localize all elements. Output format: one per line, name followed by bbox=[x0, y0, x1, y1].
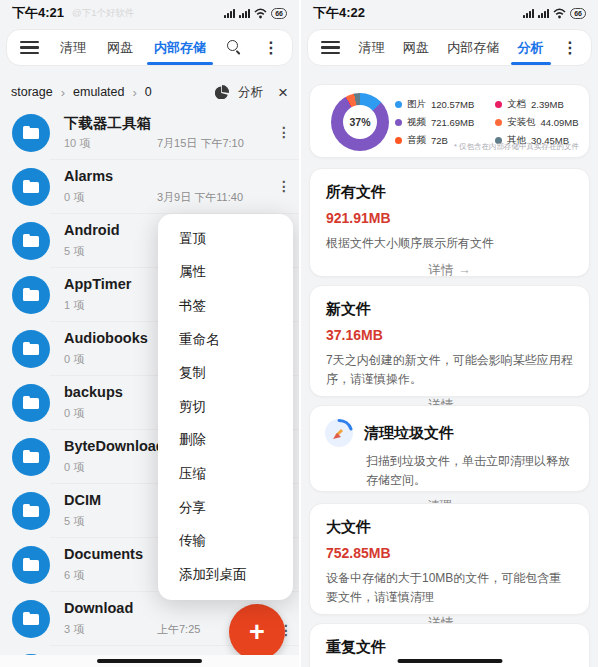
usage-percent: 37% bbox=[343, 105, 377, 139]
card-description: 设备中存储的大于10MB的文件，可能包含重要文件，请谨慎清理 bbox=[326, 569, 573, 606]
file-name: Download bbox=[64, 600, 133, 616]
legend-column: 文档2.39MB 安装包44.09MB 其他30.45MB bbox=[495, 98, 579, 147]
tab-internal-storage[interactable]: 内部存储 bbox=[154, 30, 206, 65]
file-count: 1 项 bbox=[64, 298, 84, 313]
menu-hamburger-icon[interactable] bbox=[20, 41, 39, 55]
tab-cloud-drive[interactable]: 网盘 bbox=[403, 30, 429, 65]
tab-cloud-drive[interactable]: 网盘 bbox=[107, 30, 133, 65]
home-indicator[interactable] bbox=[397, 659, 502, 663]
more-options-icon[interactable]: ⋮ bbox=[562, 40, 578, 56]
large-files-card[interactable]: 大文件 752.85MB 设备中存储的大于10MB的文件，可能包含重要文件，请谨… bbox=[309, 503, 590, 615]
menu-hamburger-icon[interactable] bbox=[321, 41, 340, 55]
file-row[interactable]: 下载器工具箱 10 项 7月15日 下午7:10 ⋮ bbox=[0, 106, 299, 160]
file-date: 3月9日 下午11:40 bbox=[157, 190, 243, 205]
new-files-card[interactable]: 新文件 37.16MB 7天之内创建的新文件，可能会影响某些应用程序，请谨慎操作… bbox=[309, 285, 590, 397]
pie-chart-icon[interactable] bbox=[215, 85, 229, 99]
menu-item-delete[interactable]: 删除 bbox=[158, 424, 293, 458]
file-name: Alarms bbox=[64, 168, 113, 184]
storage-donut: 37% bbox=[331, 93, 389, 151]
breadcrumb: storage › emulated › 0 分析 × bbox=[0, 78, 299, 106]
legend-item: 文档2.39MB bbox=[495, 98, 579, 111]
wifi-icon bbox=[553, 8, 566, 19]
screenshot-pair: 下午4:21 @下1个好软件 66 清理 网盘 内部存储 ⋮ storage ›… bbox=[0, 0, 600, 667]
legend-dot bbox=[395, 137, 402, 144]
add-fab-button[interactable]: + bbox=[229, 604, 285, 660]
menu-item-share[interactable]: 分享 bbox=[158, 491, 293, 525]
home-indicator[interactable] bbox=[97, 659, 202, 663]
tab-internal-storage[interactable]: 内部存储 bbox=[447, 30, 499, 65]
legend-dot bbox=[395, 101, 402, 108]
legend-item: 安装包44.09MB bbox=[495, 116, 579, 129]
file-count: 0 项 bbox=[64, 190, 84, 205]
file-count: 3 项 bbox=[64, 622, 84, 637]
menu-item-bookmark[interactable]: 书签 bbox=[158, 289, 293, 323]
details-button[interactable]: 详情→ bbox=[326, 262, 573, 279]
menu-item-pin[interactable]: 置顶 bbox=[158, 222, 293, 256]
tab-label: 分析 bbox=[518, 39, 544, 57]
clean-junk-card[interactable]: 清理垃圾文件 扫描到垃圾文件，单击立即清理以释放存储空间。 清理→ bbox=[309, 405, 590, 492]
legend-dot bbox=[395, 119, 402, 126]
navigation-bar bbox=[0, 655, 299, 667]
folder-icon bbox=[12, 114, 50, 152]
all-files-card[interactable]: 所有文件 921.91MB 根据文件大小顺序展示所有文件 详情→ bbox=[309, 168, 590, 277]
status-time: 下午4:22 bbox=[313, 4, 365, 22]
legend-item: 视频721.69MB bbox=[395, 116, 474, 129]
menu-item-cut[interactable]: 剪切 bbox=[158, 390, 293, 424]
menu-item-rename[interactable]: 重命名 bbox=[158, 323, 293, 357]
menu-item-compress[interactable]: 压缩 bbox=[158, 457, 293, 491]
card-description: 根据文件大小顺序展示所有文件 bbox=[326, 234, 573, 253]
menu-item-transfer[interactable]: 传输 bbox=[158, 524, 293, 558]
card-description: 7天之内创建的新文件，可能会影响某些应用程序，请谨慎操作。 bbox=[326, 351, 573, 388]
search-icon[interactable] bbox=[227, 40, 242, 55]
file-name: Audiobooks bbox=[64, 330, 148, 346]
legend-value: 120.57MB bbox=[431, 99, 474, 110]
status-icons: 66 bbox=[224, 8, 287, 19]
active-tab-underline bbox=[147, 62, 213, 66]
row-more-icon[interactable]: ⋮ bbox=[279, 622, 293, 638]
menu-item-copy[interactable]: 复制 bbox=[158, 356, 293, 390]
signal-icon bbox=[523, 9, 534, 18]
card-title: 大文件 bbox=[326, 518, 573, 537]
file-count: 5 项 bbox=[64, 244, 84, 259]
storage-summary-card: 37% 图片120.57MB 视频721.69MB 音频72B 文档2.39MB… bbox=[309, 84, 590, 158]
folder-icon bbox=[12, 438, 50, 476]
context-menu: 置顶 属性 书签 重命名 复制 剪切 删除 压缩 分享 传输 添加到桌面 bbox=[158, 214, 293, 600]
card-description: 扫描到垃圾文件，单击立即清理以释放存储空间。 bbox=[366, 452, 573, 489]
signal-icon bbox=[224, 9, 235, 18]
card-title: 所有文件 bbox=[326, 183, 573, 202]
legend-dot bbox=[495, 119, 502, 126]
file-row[interactable]: Alarms 0 项 3月9日 下午11:40 ⋮ bbox=[0, 160, 299, 214]
row-more-icon[interactable]: ⋮ bbox=[277, 178, 291, 194]
folder-icon bbox=[12, 546, 50, 584]
legend-item: 图片120.57MB bbox=[395, 98, 474, 111]
legend-label: 视频 bbox=[407, 116, 426, 129]
legend-label: 音频 bbox=[407, 134, 426, 147]
file-count: 0 项 bbox=[64, 352, 84, 367]
folder-icon bbox=[12, 276, 50, 314]
menu-item-add-to-desktop[interactable]: 添加到桌面 bbox=[158, 558, 293, 592]
more-options-icon[interactable]: ⋮ bbox=[263, 40, 279, 56]
file-name: Documents bbox=[64, 546, 143, 562]
folder-icon bbox=[12, 384, 50, 422]
card-title: 清理垃圾文件 bbox=[364, 424, 454, 443]
card-value: 752.85MB bbox=[326, 545, 573, 561]
status-icons: 66 bbox=[523, 8, 586, 19]
row-more-icon[interactable]: ⋮ bbox=[277, 124, 291, 140]
file-date: 上午7:25 bbox=[157, 622, 200, 637]
file-name: backups bbox=[64, 384, 123, 400]
folder-icon bbox=[12, 492, 50, 530]
tab-analyze[interactable]: 分析 bbox=[518, 30, 544, 65]
tab-clean[interactable]: 清理 bbox=[358, 30, 384, 65]
signal-icon bbox=[239, 9, 250, 18]
tab-clean[interactable]: 清理 bbox=[60, 30, 86, 65]
file-name: AppTimer bbox=[64, 276, 131, 292]
breadcrumb-segment[interactable]: storage bbox=[11, 85, 53, 99]
arrow-right-icon: → bbox=[458, 263, 471, 277]
close-icon[interactable]: × bbox=[278, 84, 288, 101]
tab-bar: 清理 网盘 内部存储 ⋮ bbox=[6, 29, 293, 66]
breadcrumb-segment[interactable]: emulated bbox=[73, 85, 124, 99]
menu-item-properties[interactable]: 属性 bbox=[158, 256, 293, 290]
breadcrumb-segment[interactable]: 0 bbox=[145, 85, 152, 99]
legend-value: 44.09MB bbox=[541, 117, 579, 128]
analyze-button[interactable]: 分析 bbox=[238, 84, 263, 101]
